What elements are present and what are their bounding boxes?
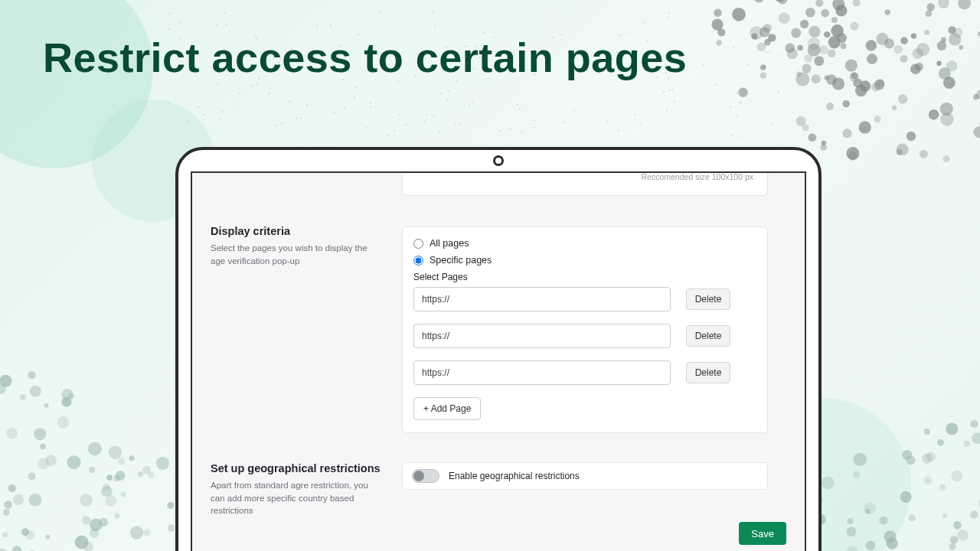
radio-all-pages-label: All pages xyxy=(430,238,469,249)
app-screen: Reccomended size 100x100 px Display crit… xyxy=(191,171,806,551)
page-title: Restrict access to certain pages xyxy=(43,34,687,81)
display-criteria-title: Display criteria xyxy=(211,225,384,237)
camera-icon xyxy=(493,155,504,166)
page-row: Delete xyxy=(413,287,756,311)
select-pages-label: Select Pages xyxy=(413,272,756,282)
page-row: Delete xyxy=(413,324,756,348)
radio-specific-pages-input[interactable] xyxy=(413,256,423,266)
geo-toggle-label: Enable geographical restrictions xyxy=(449,471,580,481)
radio-all-pages[interactable]: All pages xyxy=(413,238,756,249)
geo-card: Enable geographical restrictions xyxy=(402,462,768,490)
delete-page-button[interactable]: Delete xyxy=(686,289,730,310)
delete-page-button[interactable]: Delete xyxy=(686,362,730,383)
display-criteria-card: All pages Specific pages Select Pages De… xyxy=(402,227,768,433)
page-url-input[interactable] xyxy=(413,324,671,348)
image-upload-card: Reccomended size 100x100 px xyxy=(402,173,768,196)
geo-toggle[interactable] xyxy=(412,469,439,483)
radio-specific-pages[interactable]: Specific pages xyxy=(413,255,756,266)
radio-all-pages-input[interactable] xyxy=(413,239,423,249)
page-url-input[interactable] xyxy=(413,287,671,311)
delete-page-button[interactable]: Delete xyxy=(686,325,730,347)
laptop-frame: Reccomended size 100x100 px Display crit… xyxy=(175,147,822,551)
page-row: Delete xyxy=(413,360,756,385)
add-page-button[interactable]: + Add Page xyxy=(413,397,481,420)
toggle-knob-icon xyxy=(413,471,424,481)
radio-specific-pages-label: Specific pages xyxy=(430,255,492,266)
save-button[interactable]: Save xyxy=(739,522,786,545)
recommended-size-hint: Reccomended size 100x100 px xyxy=(641,172,753,181)
geo-title: Set up geographical restrictions xyxy=(211,462,384,474)
geo-description: Apart from standard agre restriction, yo… xyxy=(211,479,384,517)
display-criteria-description: Select the pages you wish to display the… xyxy=(211,242,384,267)
page-url-input[interactable] xyxy=(413,360,671,385)
